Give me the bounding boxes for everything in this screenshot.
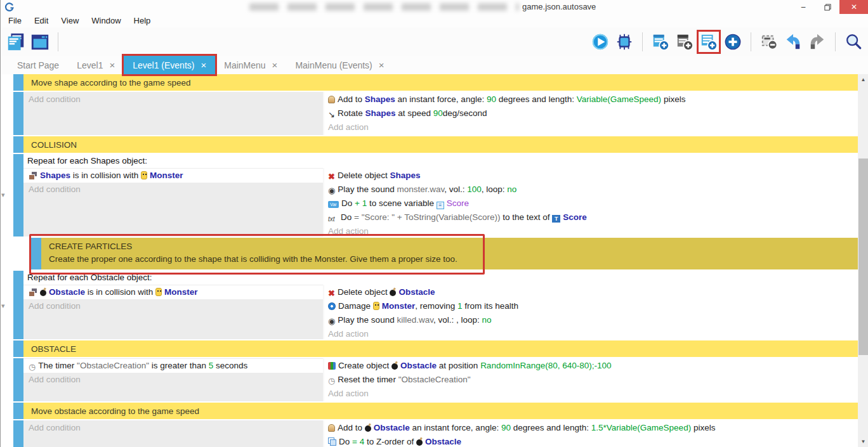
text-segment: pixels — [661, 94, 685, 104]
play-button[interactable] — [590, 32, 610, 52]
restore-button[interactable] — [815, 0, 839, 14]
action-row[interactable]: Damage Monster, removing 1 from its heal… — [324, 299, 858, 313]
action-row[interactable]: Delete object Obstacle — [324, 285, 858, 299]
text-icon — [328, 212, 338, 224]
redo-button[interactable] — [807, 32, 827, 52]
menu-window[interactable]: Window — [85, 16, 127, 25]
add-event-button[interactable] — [650, 32, 671, 52]
action-row[interactable]: Play the sound monster.wav, vol.: 100, l… — [324, 183, 858, 197]
action-row[interactable]: Add to Obstacle an instant force, angle:… — [324, 421, 858, 435]
condition-row[interactable]: Shapes is in collision with Monster — [23, 169, 323, 183]
close-button[interactable]: ✕ — [839, 0, 868, 14]
event-strip[interactable] — [13, 136, 23, 154]
action-row[interactable]: Rotate Shapes at speed 90deg/second — [324, 107, 858, 120]
add-action[interactable]: Add action — [324, 120, 858, 134]
menu-file[interactable]: File — [2, 16, 28, 25]
undo-button[interactable] — [783, 32, 803, 52]
repeat-header[interactable]: Repeat for each Shapes object: — [23, 154, 858, 168]
object-ref: Obstacle — [400, 361, 437, 370]
events-rows: Move shape according to the game speedAd… — [1, 74, 858, 447]
text-segment: is greater than — [149, 361, 209, 370]
menu-view[interactable]: View — [55, 16, 85, 25]
add-condition[interactable]: Add condition — [23, 299, 323, 313]
scene-editor-button[interactable] — [30, 32, 50, 52]
toolbar-separator — [751, 32, 751, 51]
comment-body[interactable]: CREATE PARTICLESCreate the proper one ac… — [41, 238, 858, 271]
object-ref: Obstacle — [49, 287, 85, 297]
comment-body[interactable]: Move obstacle according to the game spee… — [23, 403, 858, 420]
tab-label: MainMenu — [224, 60, 265, 70]
tab-close-icon[interactable]: × — [379, 60, 385, 70]
tab-mainmenu-events[interactable]: MainMenu (Events)× — [286, 56, 393, 74]
event-strip[interactable] — [13, 92, 23, 136]
add-action[interactable]: Add action — [324, 327, 858, 341]
text-segment: to scene variable — [367, 198, 437, 208]
comment-body[interactable]: OBSTACLE — [23, 340, 858, 358]
event-strip[interactable] — [13, 154, 23, 238]
object-ref: Obstacle — [398, 287, 435, 297]
action-row[interactable]: Create object Obstacle at position Rando… — [324, 359, 858, 373]
add-other-event-button[interactable] — [723, 32, 743, 52]
action-row[interactable]: Reset the timer "ObstacleCreation" — [324, 373, 858, 387]
add-condition[interactable]: Add condition — [23, 183, 323, 197]
text-segment: Score — [447, 198, 469, 208]
fold-arrow-icon[interactable]: ▾ — [1, 191, 5, 198]
comment-body[interactable]: COLLISION — [23, 136, 858, 154]
object-ref: Monster — [164, 287, 198, 297]
tab-close-icon[interactable]: × — [109, 60, 115, 70]
text-segment: + 1 — [355, 198, 367, 208]
text-segment: "ObstacleCreation" — [398, 375, 471, 384]
vertical-scrollbar[interactable]: ▲ ▼ — [858, 74, 868, 447]
add-condition[interactable]: Add condition — [23, 373, 323, 387]
repeat-header[interactable]: Repeat for each Obstacle object: — [23, 271, 858, 285]
search-button[interactable] — [843, 32, 864, 52]
event-strip[interactable] — [13, 358, 23, 403]
bomb-icon — [40, 290, 46, 296]
menu-help[interactable]: Help — [128, 16, 157, 25]
condition-row[interactable]: The timer "ObstacleCreation" is greater … — [23, 359, 323, 373]
debugger-button[interactable] — [614, 32, 635, 52]
app-window: game.json.autosave – ✕ FileEditViewWindo… — [1, 0, 868, 447]
condition-row[interactable]: Obstacle is in collision with Monster — [23, 285, 323, 299]
comment-block: Move shape according to the game speed — [1, 74, 858, 92]
event-strip[interactable] — [31, 238, 41, 271]
action-row[interactable]: Delete object Shapes — [324, 169, 858, 183]
action-row[interactable]: Do = "Score: " + ToString(Variable(Score… — [324, 211, 858, 224]
project-manager-button[interactable] — [6, 32, 26, 52]
event-strip[interactable] — [13, 420, 23, 447]
text-object-icon — [552, 215, 560, 223]
tab-close-icon[interactable]: × — [272, 60, 278, 70]
event-strip[interactable] — [13, 340, 23, 358]
event-strip[interactable] — [13, 271, 23, 340]
action-row[interactable]: Do = 4 to Z-order of Obstacle — [324, 435, 858, 447]
scroll-down-icon[interactable]: ▼ — [858, 436, 868, 447]
comment-body[interactable]: Move shape according to the game speed — [23, 74, 858, 92]
action-row[interactable]: Add to Shapes an instant force, angle: 9… — [324, 93, 858, 107]
add-action[interactable]: Add action — [324, 387, 858, 401]
add-action[interactable]: Add action — [324, 224, 858, 238]
add-condition[interactable]: Add condition — [23, 421, 323, 435]
menu-edit[interactable]: Edit — [28, 16, 55, 25]
tab-mainmenu[interactable]: MainMenu× — [215, 56, 286, 74]
text-segment: at position — [437, 361, 480, 370]
comment-text: Move shape according to the game speed — [31, 77, 858, 89]
scroll-up-icon[interactable]: ▲ — [858, 74, 868, 85]
tab-start-page[interactable]: Start Page — [8, 56, 68, 74]
event-strip[interactable] — [13, 74, 23, 92]
tab-level1-events[interactable]: Level1 (Events)× — [124, 56, 215, 74]
fold-arrow-icon[interactable]: ▾ — [1, 302, 5, 309]
window-title: game.json.autosave — [522, 2, 596, 11]
object-ref: Shapes — [40, 171, 70, 180]
tab-close-icon[interactable]: × — [201, 60, 206, 70]
delete-event-button[interactable] — [759, 32, 779, 52]
minimize-button[interactable]: – — [791, 0, 815, 14]
add-comment-event-button[interactable] — [674, 32, 695, 52]
action-row[interactable]: Do + 1 to scene variable Score — [324, 197, 858, 211]
event-strip[interactable] — [13, 403, 23, 420]
add-condition[interactable]: Add condition — [23, 93, 323, 107]
event-row: Obstacle is in collision with MonsterAdd… — [23, 285, 858, 340]
add-subevent-button[interactable] — [699, 32, 719, 52]
scrollbar-thumb[interactable] — [858, 159, 868, 355]
action-row[interactable]: Play the sound killed.wav, vol.: , loop:… — [324, 313, 858, 327]
tab-level1[interactable]: Level1× — [68, 56, 124, 74]
